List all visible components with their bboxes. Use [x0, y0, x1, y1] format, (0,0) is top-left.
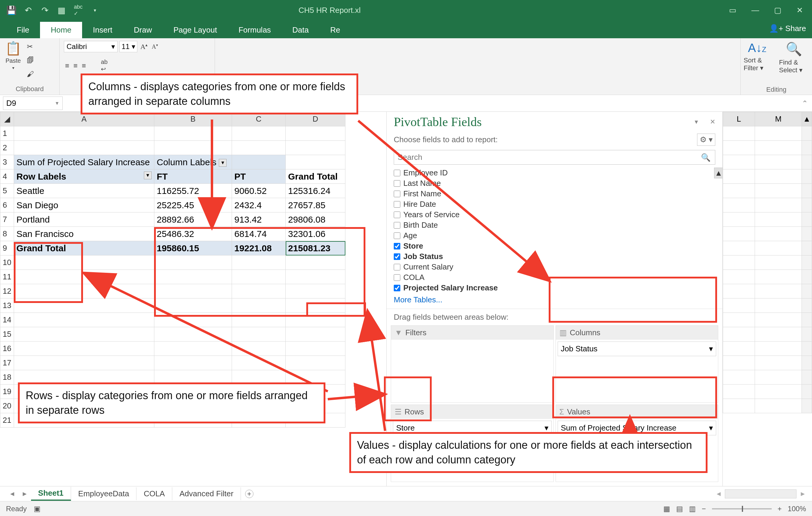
pane-close-icon[interactable]: ✕ — [710, 118, 715, 126]
scroll-up-icon[interactable]: ▲ — [714, 168, 722, 179]
tab-data[interactable]: Data — [282, 22, 319, 38]
field-checkbox[interactable] — [394, 274, 400, 281]
undo-icon[interactable]: ↶ — [20, 2, 36, 19]
cut-icon[interactable]: ✂ — [26, 40, 35, 53]
sheet-nav-left-icon[interactable]: ◄ — [6, 490, 19, 498]
cell-a9[interactable]: Grand Total — [14, 241, 154, 255]
select-all[interactable]: ◢ — [0, 112, 14, 127]
right-columns[interactable]: LM▲ — [722, 112, 812, 486]
save-icon[interactable]: 💾 — [3, 2, 20, 19]
paste-icon: 📋 — [5, 40, 22, 56]
field-checkbox[interactable] — [394, 191, 400, 197]
cell-d4[interactable]: Grand Total — [286, 169, 345, 184]
cell-c4[interactable]: PT — [232, 169, 286, 184]
wrap-text-icon[interactable]: ab↩ — [100, 57, 109, 74]
field-checkbox[interactable] — [394, 212, 400, 218]
tab-insert[interactable]: Insert — [82, 22, 123, 38]
search-icon[interactable]: 🔍 — [701, 153, 710, 162]
field-checkbox[interactable] — [394, 233, 400, 239]
collapse-ribbon-icon[interactable]: ⌃ — [802, 99, 808, 108]
cell-b3[interactable]: Column Labels▼ — [154, 155, 232, 169]
gear-icon[interactable]: ⚙ ▾ — [697, 134, 715, 146]
minimize-icon[interactable]: — — [751, 6, 759, 15]
zoom-in-icon[interactable]: + — [778, 505, 782, 513]
columns-area[interactable]: ▥Columns Job Status ▾ — [556, 325, 719, 403]
sheet-nav-right-icon[interactable]: ► — [19, 490, 31, 498]
field-checkbox[interactable] — [394, 180, 400, 187]
new-sheet-button[interactable]: + — [245, 490, 254, 498]
more-tables-link[interactable]: More Tables... — [386, 293, 722, 309]
col-M[interactable]: M — [755, 112, 802, 127]
cell-a4[interactable]: Row Labels▼ — [14, 169, 154, 184]
sheet-tab-cola[interactable]: COLA — [137, 487, 172, 500]
field-checkbox[interactable] — [394, 170, 400, 176]
zoom-out-icon[interactable]: − — [702, 505, 706, 513]
sheet-tab-sheet1[interactable]: Sheet1 — [31, 487, 71, 501]
chevron-down-icon[interactable]: ▾ — [709, 344, 713, 353]
close-icon[interactable]: ✕ — [796, 6, 803, 15]
chevron-down-icon[interactable]: ▾ — [709, 424, 713, 433]
tab-page-layout[interactable]: Page Layout — [163, 22, 228, 38]
find-select-button[interactable]: 🔍 Find & Select ▾ — [779, 41, 809, 85]
ribbon-display-icon[interactable]: ▭ — [729, 6, 736, 15]
search-input[interactable] — [394, 150, 715, 165]
cell-b4[interactable]: FT — [154, 169, 232, 184]
maximize-icon[interactable]: ▢ — [774, 6, 782, 15]
horizontal-scrollbar[interactable] — [725, 489, 796, 498]
tab-home[interactable]: Home — [40, 22, 82, 38]
spelling-icon[interactable]: abc✓ — [70, 2, 87, 19]
filter-dropdown-icon[interactable]: ▼ — [219, 159, 227, 167]
tab-file[interactable]: File — [6, 22, 40, 38]
macro-record-icon[interactable]: ▣ — [34, 505, 40, 513]
field-checkbox[interactable] — [394, 264, 400, 270]
pane-dropdown-icon[interactable]: ▾ — [695, 118, 698, 126]
cell-a3[interactable]: Sum of Projected Salary Increase — [14, 155, 154, 169]
name-box[interactable]: D9 ▼ — [3, 97, 63, 110]
redo-icon[interactable]: ↷ — [36, 2, 53, 19]
find-icon: 🔍 — [786, 41, 802, 57]
format-painter-icon[interactable]: 🖌 — [26, 68, 35, 80]
increase-font-icon[interactable]: A▴ — [139, 40, 149, 53]
align-center-icon[interactable]: ≡ — [72, 60, 79, 72]
sheet-tab-advanced-filter[interactable]: Advanced Filter — [172, 487, 241, 500]
view-page-layout-icon[interactable]: ▤ — [676, 505, 683, 513]
tab-formulas[interactable]: Formulas — [228, 22, 282, 38]
copy-icon[interactable]: 🗐 — [26, 54, 35, 66]
col-L[interactable]: L — [723, 112, 755, 127]
fields-list[interactable]: Employee ID Last Name First Name Hire Da… — [386, 168, 722, 293]
qat-icon[interactable]: ▦ — [53, 2, 70, 19]
scroll-left-icon[interactable]: ◄ — [715, 490, 722, 498]
zoom-slider[interactable] — [712, 508, 772, 510]
worksheet[interactable]: ◢ A B C D 1 2 3 Sum of Projected Salary … — [0, 112, 386, 486]
chevron-down-icon[interactable]: ▾ — [12, 65, 14, 70]
align-right-icon[interactable]: ≡ — [81, 60, 87, 72]
font-name-select[interactable]: Calibri ▾ — [64, 41, 118, 52]
cell-a5[interactable]: Seattle — [14, 184, 154, 198]
align-left-icon[interactable]: ≡ — [64, 60, 70, 72]
qat-customize-icon[interactable]: ▾ — [87, 2, 103, 19]
scroll-right-icon[interactable]: ► — [800, 490, 806, 498]
field-chip-columns[interactable]: Job Status ▾ — [558, 342, 717, 356]
scroll-up-icon[interactable]: ▲ — [802, 112, 812, 127]
filter-dropdown-icon[interactable]: ▼ — [144, 171, 152, 179]
sort-filter-button[interactable]: A↓Z Sort & Filter ▾ — [744, 41, 771, 85]
view-page-break-icon[interactable]: ▥ — [689, 505, 696, 513]
field-checkbox[interactable] — [394, 243, 400, 249]
font-size-select[interactable]: 11 ▾ — [119, 41, 137, 52]
share-button[interactable]: 👤+ Share — [769, 24, 806, 33]
chevron-down-icon[interactable]: ▼ — [55, 101, 59, 106]
field-checkbox[interactable] — [394, 253, 400, 260]
decrease-font-icon[interactable]: A▾ — [150, 41, 159, 52]
cell-d9[interactable]: 215081.23 — [286, 241, 345, 255]
sheet-tab-employeedata[interactable]: EmployeeData — [71, 487, 137, 500]
tab-draw[interactable]: Draw — [123, 22, 163, 38]
field-checkbox[interactable] — [394, 285, 400, 291]
field-checkbox[interactable] — [394, 222, 400, 228]
chevron-down-icon[interactable]: ▾ — [545, 424, 548, 433]
paste-button[interactable]: 📋 Paste ▾ — [4, 40, 22, 70]
field-checkbox[interactable] — [394, 201, 400, 208]
callout-columns: Columns - displays categories from one o… — [81, 74, 358, 114]
filters-area[interactable]: ▼Filters — [391, 325, 554, 403]
view-normal-icon[interactable]: ▦ — [663, 505, 670, 513]
tab-review[interactable]: Re — [319, 22, 351, 38]
